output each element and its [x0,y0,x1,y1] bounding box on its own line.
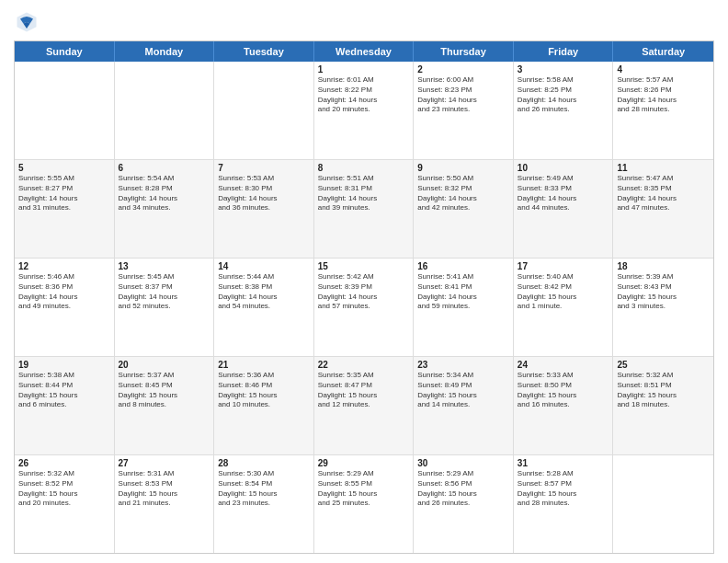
calendar-cell [214,62,314,159]
calendar-cell: 11Sunrise: 5:47 AM Sunset: 8:35 PM Dayli… [613,160,713,258]
calendar-cell: 31Sunrise: 5:28 AM Sunset: 8:57 PM Dayli… [514,455,614,553]
day-number: 27 [119,458,210,468]
day-info: Sunrise: 5:53 AM Sunset: 8:30 PM Dayligh… [218,174,310,213]
day-number: 30 [417,458,509,468]
day-number: 18 [617,261,710,271]
day-info: Sunrise: 5:29 AM Sunset: 8:56 PM Dayligh… [417,469,509,509]
calendar-cell: 26Sunrise: 5:32 AM Sunset: 8:52 PM Dayli… [15,455,115,553]
calendar-cell: 27Sunrise: 5:31 AM Sunset: 8:53 PM Dayli… [115,455,215,553]
day-number: 7 [218,163,310,173]
day-info: Sunrise: 5:44 AM Sunset: 8:38 PM Dayligh… [218,272,310,312]
weekday-header-friday: Friday [514,41,614,62]
calendar-cell: 21Sunrise: 5:36 AM Sunset: 8:46 PM Dayli… [214,357,314,454]
day-number: 21 [218,360,310,370]
weekday-header-sunday: Sunday [15,41,115,62]
weekday-header-saturday: Saturday [613,41,713,62]
day-number: 9 [417,163,509,173]
day-number: 1 [318,64,410,75]
calendar-cell [613,455,713,553]
weekday-header-wednesday: Wednesday [314,41,415,62]
day-info: Sunrise: 5:29 AM Sunset: 8:55 PM Dayligh… [318,469,410,509]
day-info: Sunrise: 5:50 AM Sunset: 8:32 PM Dayligh… [417,174,509,213]
day-info: Sunrise: 5:33 AM Sunset: 8:50 PM Dayligh… [518,371,609,410]
calendar-week-4: 19Sunrise: 5:38 AM Sunset: 8:44 PM Dayli… [15,357,713,455]
day-number: 28 [218,458,310,468]
calendar-cell: 1Sunrise: 6:01 AM Sunset: 8:22 PM Daylig… [314,62,415,159]
day-number: 8 [318,163,410,173]
day-info: Sunrise: 5:49 AM Sunset: 8:33 PM Dayligh… [518,174,609,213]
calendar-cell: 24Sunrise: 5:33 AM Sunset: 8:50 PM Dayli… [514,357,614,454]
calendar-cell: 30Sunrise: 5:29 AM Sunset: 8:56 PM Dayli… [414,455,514,553]
day-info: Sunrise: 5:37 AM Sunset: 8:45 PM Dayligh… [119,371,210,410]
day-info: Sunrise: 5:30 AM Sunset: 8:54 PM Dayligh… [218,469,310,509]
day-info: Sunrise: 5:28 AM Sunset: 8:57 PM Dayligh… [518,469,609,509]
calendar: SundayMondayTuesdayWednesdayThursdayFrid… [14,40,714,554]
day-info: Sunrise: 6:01 AM Sunset: 8:22 PM Dayligh… [318,75,410,115]
day-number: 25 [617,360,710,370]
day-info: Sunrise: 5:39 AM Sunset: 8:43 PM Dayligh… [617,272,710,312]
day-info: Sunrise: 5:57 AM Sunset: 8:26 PM Dayligh… [617,75,710,115]
calendar-cell: 4Sunrise: 5:57 AM Sunset: 8:26 PM Daylig… [613,62,713,159]
day-info: Sunrise: 5:35 AM Sunset: 8:47 PM Dayligh… [318,371,410,410]
calendar-cell: 8Sunrise: 5:51 AM Sunset: 8:31 PM Daylig… [314,160,415,258]
calendar-cell: 12Sunrise: 5:46 AM Sunset: 8:36 PM Dayli… [15,259,115,356]
calendar-cell: 10Sunrise: 5:49 AM Sunset: 8:33 PM Dayli… [514,160,614,258]
day-info: Sunrise: 5:36 AM Sunset: 8:46 PM Dayligh… [218,371,310,410]
day-number: 29 [318,458,410,468]
day-number: 2 [417,64,509,75]
weekday-header-tuesday: Tuesday [214,41,314,62]
day-number: 26 [18,458,110,468]
day-number: 4 [617,64,710,75]
logo [14,9,43,35]
day-info: Sunrise: 5:51 AM Sunset: 8:31 PM Dayligh… [318,174,410,213]
day-number: 16 [417,261,509,271]
day-number: 10 [518,163,609,173]
calendar-header: SundayMondayTuesdayWednesdayThursdayFrid… [15,41,713,62]
calendar-cell: 18Sunrise: 5:39 AM Sunset: 8:43 PM Dayli… [613,259,713,356]
calendar-cell: 7Sunrise: 5:53 AM Sunset: 8:30 PM Daylig… [214,160,314,258]
day-info: Sunrise: 5:54 AM Sunset: 8:28 PM Dayligh… [119,174,210,213]
calendar-cell: 23Sunrise: 5:34 AM Sunset: 8:49 PM Dayli… [414,357,514,454]
calendar-body: 1Sunrise: 6:01 AM Sunset: 8:22 PM Daylig… [15,62,713,553]
day-number: 23 [417,360,509,370]
calendar-cell: 29Sunrise: 5:29 AM Sunset: 8:55 PM Dayli… [314,455,415,553]
day-info: Sunrise: 5:32 AM Sunset: 8:51 PM Dayligh… [617,371,710,410]
calendar-cell: 25Sunrise: 5:32 AM Sunset: 8:51 PM Dayli… [613,357,713,454]
calendar-week-3: 12Sunrise: 5:46 AM Sunset: 8:36 PM Dayli… [15,259,713,357]
calendar-cell: 6Sunrise: 5:54 AM Sunset: 8:28 PM Daylig… [115,160,215,258]
calendar-cell: 19Sunrise: 5:38 AM Sunset: 8:44 PM Dayli… [15,357,115,454]
day-info: Sunrise: 5:41 AM Sunset: 8:41 PM Dayligh… [417,272,509,312]
calendar-week-5: 26Sunrise: 5:32 AM Sunset: 8:52 PM Dayli… [15,455,713,553]
calendar-cell: 15Sunrise: 5:42 AM Sunset: 8:39 PM Dayli… [314,259,415,356]
page: SundayMondayTuesdayWednesdayThursdayFrid… [0,0,728,563]
day-number: 24 [518,360,609,370]
day-info: Sunrise: 5:38 AM Sunset: 8:44 PM Dayligh… [18,371,110,410]
day-number: 6 [119,163,210,173]
calendar-cell [115,62,215,159]
day-info: Sunrise: 5:42 AM Sunset: 8:39 PM Dayligh… [318,272,410,312]
calendar-week-1: 1Sunrise: 6:01 AM Sunset: 8:22 PM Daylig… [15,62,713,160]
day-info: Sunrise: 5:31 AM Sunset: 8:53 PM Dayligh… [119,469,210,509]
calendar-cell: 3Sunrise: 5:58 AM Sunset: 8:25 PM Daylig… [514,62,614,159]
day-info: Sunrise: 6:00 AM Sunset: 8:23 PM Dayligh… [417,75,509,115]
day-number: 11 [617,163,710,173]
day-number: 31 [518,458,609,468]
day-number: 15 [318,261,410,271]
day-info: Sunrise: 5:47 AM Sunset: 8:35 PM Dayligh… [617,174,710,213]
calendar-cell: 16Sunrise: 5:41 AM Sunset: 8:41 PM Dayli… [414,259,514,356]
day-info: Sunrise: 5:58 AM Sunset: 8:25 PM Dayligh… [518,75,609,115]
day-number: 3 [518,64,609,75]
calendar-cell: 9Sunrise: 5:50 AM Sunset: 8:32 PM Daylig… [414,160,514,258]
day-number: 14 [218,261,310,271]
weekday-header-monday: Monday [115,41,215,62]
calendar-cell: 13Sunrise: 5:45 AM Sunset: 8:37 PM Dayli… [115,259,215,356]
day-number: 17 [518,261,609,271]
calendar-cell: 17Sunrise: 5:40 AM Sunset: 8:42 PM Dayli… [514,259,614,356]
day-number: 13 [119,261,210,271]
calendar-cell: 2Sunrise: 6:00 AM Sunset: 8:23 PM Daylig… [414,62,514,159]
day-info: Sunrise: 5:34 AM Sunset: 8:49 PM Dayligh… [417,371,509,410]
day-number: 19 [18,360,110,370]
day-info: Sunrise: 5:40 AM Sunset: 8:42 PM Dayligh… [518,272,609,312]
day-info: Sunrise: 5:45 AM Sunset: 8:37 PM Dayligh… [119,272,210,312]
generalblue-logo-icon [14,9,40,35]
